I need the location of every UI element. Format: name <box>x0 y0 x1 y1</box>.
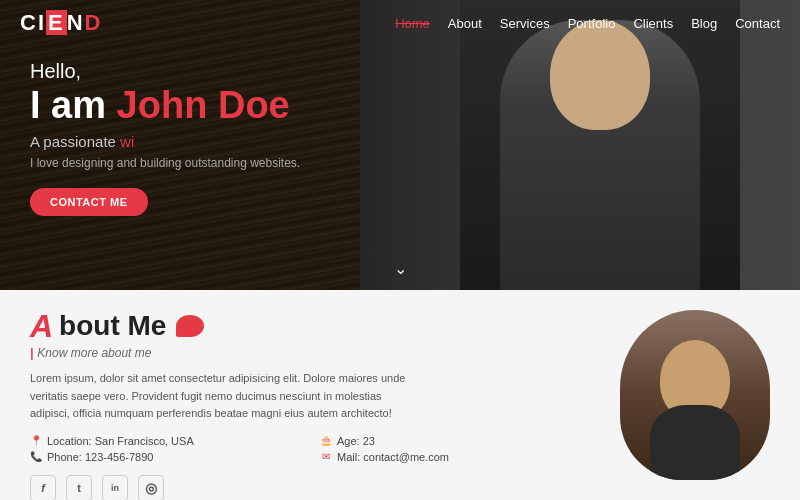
hero-hello: Hello, <box>30 60 300 83</box>
hero-description: I love designing and building outstandin… <box>30 156 300 170</box>
hero-typed-text: wi <box>120 133 134 150</box>
social-links: f t in ◎ <box>30 475 590 500</box>
nav-item-contact[interactable]: Contact <box>735 14 780 32</box>
twitter-icon[interactable]: t <box>66 475 92 500</box>
github-icon[interactable]: ◎ <box>138 475 164 500</box>
meta-phone-text: Phone: 123-456-7890 <box>47 451 153 463</box>
about-title-a: A <box>30 310 53 342</box>
logo-text: CIEND <box>20 10 102 36</box>
email-icon: ✉ <box>320 451 332 463</box>
hero-iam: I am <box>30 84 117 126</box>
linkedin-icon[interactable]: in <box>102 475 128 500</box>
nav-item-clients[interactable]: Clients <box>633 14 673 32</box>
nav-link-clients[interactable]: Clients <box>633 16 673 31</box>
nav-item-home[interactable]: Home <box>395 14 430 32</box>
about-photo <box>620 310 770 480</box>
meta-age: 🎂 Age: 23 <box>320 435 590 447</box>
about-person-silhouette <box>645 340 745 480</box>
facebook-icon[interactable]: f <box>30 475 56 500</box>
nav-links: Home About Services Portfolio Clients Bl… <box>395 14 780 32</box>
contact-me-button[interactable]: CONTACT ME <box>30 188 148 216</box>
hero-section: CIEND Home About Services Portfolio Clie… <box>0 0 800 290</box>
about-title: A bout Me <box>30 310 590 342</box>
scroll-chevron[interactable]: ⌄ <box>394 259 407 278</box>
about-image <box>610 310 770 480</box>
logo: CIEND <box>20 10 102 36</box>
nav-link-services[interactable]: Services <box>500 16 550 31</box>
nav-item-about[interactable]: About <box>448 14 482 32</box>
meta-email-text: Mail: contact@me.com <box>337 451 449 463</box>
nav-item-blog[interactable]: Blog <box>691 14 717 32</box>
nav-link-home[interactable]: Home <box>395 16 430 31</box>
navbar: CIEND Home About Services Portfolio Clie… <box>0 0 800 45</box>
hero-tagline: A passionate wi <box>30 133 300 150</box>
nav-link-blog[interactable]: Blog <box>691 16 717 31</box>
meta-email: ✉ Mail: contact@me.com <box>320 451 590 463</box>
nav-item-portfolio[interactable]: Portfolio <box>568 14 616 32</box>
nav-link-about[interactable]: About <box>448 16 482 31</box>
nav-item-services[interactable]: Services <box>500 14 550 32</box>
about-left: A bout Me Know more about me Lorem ipsum… <box>30 310 590 480</box>
about-subtitle: Know more about me <box>30 346 590 360</box>
about-meta: 📍 Location: San Francisco, USA 🎂 Age: 23… <box>30 435 590 463</box>
meta-age-text: Age: 23 <box>337 435 375 447</box>
meta-location-text: Location: San Francisco, USA <box>47 435 194 447</box>
about-section: A bout Me Know more about me Lorem ipsum… <box>0 290 800 500</box>
location-icon: 📍 <box>30 435 42 447</box>
hero-name-line: I am John Doe <box>30 85 300 127</box>
about-title-rest: bout Me <box>59 312 166 340</box>
hero-content: Hello, I am John Doe A passionate wi I l… <box>30 60 300 216</box>
nav-link-portfolio[interactable]: Portfolio <box>568 16 616 31</box>
phone-icon: 📞 <box>30 451 42 463</box>
hero-name: John Doe <box>117 84 290 126</box>
meta-phone: 📞 Phone: 123-456-7890 <box>30 451 300 463</box>
hero-tagline-prefix: A passionate <box>30 133 116 150</box>
about-bubble-icon <box>176 315 204 337</box>
meta-location: 📍 Location: San Francisco, USA <box>30 435 300 447</box>
age-icon: 🎂 <box>320 435 332 447</box>
about-description: Lorem ipsum, dolor sit amet consectetur … <box>30 370 410 423</box>
nav-link-contact[interactable]: Contact <box>735 16 780 31</box>
